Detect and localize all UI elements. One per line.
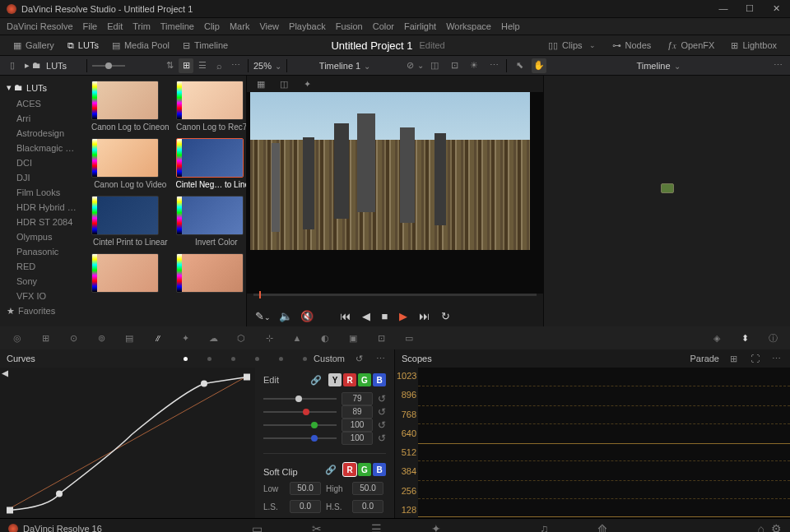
scrubber[interactable] (247, 294, 543, 305)
more-icon[interactable]: ⋯ (486, 58, 501, 73)
curves-page-dot[interactable] (207, 357, 211, 361)
menu-item[interactable]: DaVinci Resolve (7, 21, 73, 31)
lut-item[interactable]: Canon Log to Video (91, 138, 170, 189)
reset-icon[interactable]: ↺ (378, 433, 386, 444)
slider-value[interactable]: 79 (342, 392, 373, 405)
softclip-r[interactable]: R (343, 463, 356, 476)
rgb-mixer-icon[interactable]: ▤ (118, 330, 140, 346)
curves-icon[interactable]: ⫽ (146, 330, 168, 346)
lut-category[interactable]: HDR Hybrid Log-… (0, 200, 86, 215)
menu-item[interactable]: Mark (230, 21, 249, 31)
scope-settings-icon[interactable]: ⊞ (726, 351, 741, 366)
slider-value[interactable]: 89 (342, 405, 373, 419)
highlight-icon[interactable]: ☀ (467, 58, 481, 73)
prev-clip-icon[interactable]: ⏮ (340, 310, 351, 322)
stop-icon[interactable]: ■ (382, 310, 388, 322)
lut-category[interactable]: HDR ST 2084 (0, 215, 86, 229)
lut-item[interactable]: Cintel Print to Linear (91, 196, 170, 247)
mute-icon[interactable]: 🔇 (300, 310, 314, 322)
zoom-dropdown[interactable]: 25% (253, 61, 281, 71)
slider-track[interactable] (263, 437, 337, 439)
magic-icon[interactable]: ✦ (300, 76, 314, 91)
slider-track[interactable] (263, 424, 337, 426)
slider-value[interactable]: 100 (342, 432, 373, 445)
reset-icon[interactable]: ↺ (351, 351, 366, 366)
channel-r[interactable]: R (343, 373, 356, 386)
slider-track[interactable] (263, 411, 337, 413)
lut-item[interactable]: Canon Log to Cineon (91, 81, 170, 132)
lut-item[interactable]: Canon Log to Rec709 (176, 81, 246, 132)
ls-value[interactable]: 0.0 (290, 500, 321, 513)
more-icon[interactable]: ⋯ (228, 58, 243, 73)
lut-category[interactable]: Astrodesign (0, 126, 86, 141)
sizing-icon[interactable]: ⊡ (370, 330, 392, 346)
image-wipe-icon[interactable]: ▦ (253, 76, 268, 91)
slider-value[interactable]: 100 (342, 419, 373, 432)
page-fairlight[interactable]: ♫ (540, 522, 549, 533)
scopes-mode-dropdown[interactable]: Parade (690, 354, 719, 363)
menu-item[interactable]: Color (373, 21, 394, 31)
window-icon[interactable]: ⬡ (230, 330, 252, 346)
lut-item[interactable]: Invert Color (176, 196, 246, 247)
step-back-icon[interactable]: ◀ (362, 310, 370, 322)
lut-category[interactable]: Film Looks (0, 185, 86, 200)
menu-item[interactable]: Help (501, 21, 520, 31)
page-media[interactable]: ▭ (252, 522, 263, 533)
minimize-button[interactable]: — (716, 3, 731, 14)
color-match-icon[interactable]: ⊞ (35, 330, 56, 346)
channel-g[interactable]: G (358, 373, 371, 386)
tab-mediapool[interactable]: ▤Media Pool (105, 35, 176, 55)
bypass-icon[interactable]: ⊘ (407, 58, 422, 73)
lut-category[interactable]: Olympus (0, 229, 86, 244)
hdr-icon[interactable]: ⊚ (91, 330, 112, 346)
play-icon[interactable]: ▶ (399, 310, 407, 322)
menu-item[interactable]: Trim (132, 21, 151, 31)
high-value[interactable]: 50.0 (352, 482, 383, 495)
lut-category[interactable]: DCI (0, 155, 86, 170)
unmute-icon[interactable]: 🔈 (279, 310, 292, 322)
tab-luts[interactable]: ⧉LUTs (61, 35, 105, 55)
link-icon[interactable]: 🔗 (309, 372, 323, 387)
lut-category[interactable]: Blackmagic Design (0, 141, 86, 155)
warper-icon[interactable]: ✦ (174, 330, 196, 346)
menu-item[interactable]: View (259, 21, 279, 31)
menu-item[interactable]: Clip (204, 21, 220, 31)
luts-root[interactable]: ▾ 🖿 LUTs (0, 79, 86, 96)
page-edit[interactable]: ☰ (371, 522, 382, 533)
node-editor[interactable] (543, 76, 790, 326)
tab-lightbox[interactable]: ⊞Lightbox (724, 40, 783, 51)
menu-item[interactable]: Timeline (160, 21, 194, 31)
curves-page-dot[interactable] (255, 357, 259, 361)
menu-item[interactable]: Fairlight (404, 21, 436, 31)
favorites[interactable]: ★Favorites (0, 303, 86, 319)
low-value[interactable]: 50.0 (290, 482, 321, 495)
qualifier-icon[interactable]: ☁ (202, 330, 224, 346)
panel-menu-icon[interactable]: ▯ (5, 58, 20, 73)
lut-category[interactable]: Arri (0, 111, 86, 126)
tab-gallery[interactable]: ▦Gallery (7, 35, 61, 55)
curves-page-dot[interactable] (279, 357, 283, 361)
softclip-g[interactable]: G (358, 463, 371, 476)
next-clip-icon[interactable]: ⏭ (419, 310, 430, 322)
lut-category[interactable]: DJI (0, 170, 86, 185)
home-icon[interactable]: ⌂ (758, 522, 764, 533)
grid-view-icon[interactable]: ⊞ (179, 58, 193, 73)
lut-category[interactable]: RED (0, 259, 86, 274)
lut-category[interactable]: Sony (0, 274, 86, 289)
magic-mask-icon[interactable]: ▲ (286, 330, 308, 346)
cursor-icon[interactable]: ⬉ (512, 58, 527, 73)
tab-nodes[interactable]: ⊶Nodes (606, 40, 658, 51)
lut-item[interactable] (91, 253, 170, 295)
curves-page-dot[interactable] (184, 357, 188, 361)
link-icon[interactable]: 🔗 (323, 462, 338, 477)
lut-category[interactable]: ACES (0, 96, 86, 111)
crop-icon[interactable]: ◫ (276, 76, 291, 91)
key-icon[interactable]: ▣ (342, 330, 364, 346)
menu-item[interactable]: Playback (289, 21, 326, 31)
page-deliver[interactable]: ⟰ (597, 522, 607, 533)
keyframe-icon[interactable]: ◈ (706, 330, 727, 346)
page-cut[interactable]: ✂ (312, 522, 322, 533)
menu-item[interactable]: Workspace (446, 21, 491, 31)
tab-timeline[interactable]: ⊟Timeline (176, 35, 235, 55)
more-icon[interactable]: ⋯ (769, 351, 783, 366)
